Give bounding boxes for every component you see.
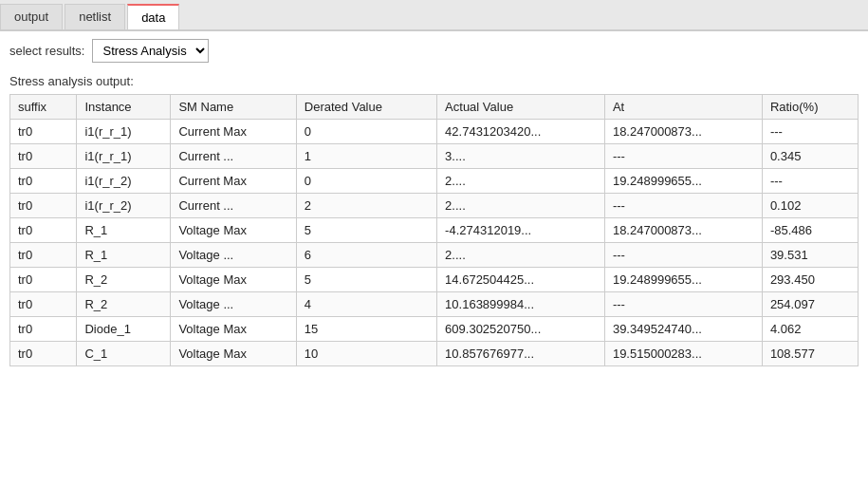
cell-r3-c3: 2 [296,194,436,218]
cell-r5-c0: tr0 [10,243,77,268]
cell-r8-c0: tr0 [10,317,77,342]
cell-r0-c6: --- [762,120,858,144]
cell-r4-c2: Voltage Max [171,218,296,243]
table-row: tr0i1(r_r_2)Current ...22....---0.102 [10,194,859,218]
table-row: tr0R_2Voltage Max514.672504425...19.2489… [10,268,859,292]
cell-r7-c0: tr0 [10,292,77,317]
table-container: suffix Instance SM Name Derated Value Ac… [0,94,868,487]
cell-r3-c5: --- [604,194,762,218]
tabs-bar: output netlist data [0,0,868,31]
table-row: tr0C_1Voltage Max1010.857676977...19.515… [10,342,859,366]
cell-r1-c5: --- [604,144,762,169]
table-row: tr0i1(r_r_2)Current Max02....19.24899965… [10,169,859,194]
cell-r8-c1: Diode_1 [77,317,171,342]
cell-r8-c3: 15 [296,317,436,342]
cell-r6-c3: 5 [296,268,436,292]
cell-r5-c2: Voltage ... [171,243,296,268]
cell-r3-c2: Current ... [171,194,296,218]
cell-r4-c0: tr0 [10,218,77,243]
cell-r1-c3: 1 [296,144,436,169]
cell-r6-c0: tr0 [10,268,77,292]
cell-r8-c5: 39.349524740... [604,317,762,342]
cell-r9-c6: 108.577 [762,342,858,366]
cell-r0-c3: 0 [296,120,436,144]
cell-r1-c0: tr0 [10,144,77,169]
table-row: tr0R_1Voltage Max5-4.274312019...18.2470… [10,218,859,243]
col-header-suffix: suffix [10,95,77,120]
cell-r2-c3: 0 [296,169,436,194]
cell-r3-c6: 0.102 [762,194,858,218]
col-header-instance: Instance [77,95,171,120]
cell-r2-c1: i1(r_r_2) [77,169,171,194]
cell-r7-c5: --- [604,292,762,317]
cell-r1-c2: Current ... [171,144,296,169]
cell-r2-c6: --- [762,169,858,194]
cell-r6-c1: R_2 [77,268,171,292]
col-header-derated-value: Derated Value [296,95,436,120]
col-header-at: At [604,95,762,120]
cell-r4-c4: -4.274312019... [437,218,605,243]
cell-r7-c6: 254.097 [762,292,858,317]
toolbar: select results: Stress Analysis [0,31,868,70]
table-row: tr0Diode_1Voltage Max15609.302520750...3… [10,317,859,342]
cell-r0-c1: i1(r_r_1) [77,120,171,144]
cell-r6-c5: 19.248999655... [604,268,762,292]
col-header-sm-name: SM Name [171,95,296,120]
table-row: tr0i1(r_r_1)Current Max042.7431203420...… [10,120,859,144]
cell-r6-c6: 293.450 [762,268,858,292]
cell-r9-c2: Voltage Max [171,342,296,366]
results-table: suffix Instance SM Name Derated Value Ac… [9,94,859,366]
cell-r7-c4: 10.163899984... [437,292,605,317]
cell-r7-c1: R_2 [77,292,171,317]
cell-r9-c3: 10 [296,342,436,366]
table-row: tr0R_1Voltage ...62....---39.531 [10,243,859,268]
table-header-row: suffix Instance SM Name Derated Value Ac… [10,95,859,120]
cell-r5-c4: 2.... [437,243,605,268]
cell-r6-c4: 14.672504425... [437,268,605,292]
tab-netlist[interactable]: netlist [65,4,125,29]
cell-r5-c1: R_1 [77,243,171,268]
stress-analysis-select[interactable]: Stress Analysis [92,39,209,63]
select-results-label: select results: [9,44,84,58]
app-container: output netlist data select results: Stre… [0,0,868,487]
cell-r3-c4: 2.... [437,194,605,218]
col-header-actual-value: Actual Value [437,95,605,120]
cell-r0-c5: 18.247000873... [604,120,762,144]
tab-data[interactable]: data [127,4,179,29]
cell-r1-c1: i1(r_r_1) [77,144,171,169]
cell-r4-c3: 5 [296,218,436,243]
cell-r9-c1: C_1 [77,342,171,366]
cell-r1-c6: 0.345 [762,144,858,169]
cell-r3-c1: i1(r_r_2) [77,194,171,218]
cell-r9-c5: 19.515000283... [604,342,762,366]
table-row: tr0i1(r_r_1)Current ...13....---0.345 [10,144,859,169]
cell-r0-c4: 42.7431203420... [437,120,605,144]
col-header-ratio: Ratio(%) [762,95,858,120]
cell-r6-c2: Voltage Max [171,268,296,292]
tab-output[interactable]: output [0,4,63,29]
table-row: tr0R_2Voltage ...410.163899984...---254.… [10,292,859,317]
cell-r5-c5: --- [604,243,762,268]
cell-r0-c0: tr0 [10,120,77,144]
cell-r8-c6: 4.062 [762,317,858,342]
cell-r2-c0: tr0 [10,169,77,194]
cell-r7-c2: Voltage ... [171,292,296,317]
cell-r9-c0: tr0 [10,342,77,366]
section-title: Stress analysis output: [0,70,868,94]
cell-r4-c5: 18.247000873... [604,218,762,243]
cell-r9-c4: 10.857676977... [437,342,605,366]
cell-r4-c6: -85.486 [762,218,858,243]
cell-r2-c5: 19.248999655... [604,169,762,194]
cell-r5-c3: 6 [296,243,436,268]
cell-r1-c4: 3.... [437,144,605,169]
cell-r2-c2: Current Max [171,169,296,194]
cell-r5-c6: 39.531 [762,243,858,268]
cell-r2-c4: 2.... [437,169,605,194]
cell-r8-c2: Voltage Max [171,317,296,342]
cell-r3-c0: tr0 [10,194,77,218]
cell-r0-c2: Current Max [171,120,296,144]
cell-r7-c3: 4 [296,292,436,317]
cell-r8-c4: 609.302520750... [437,317,605,342]
cell-r4-c1: R_1 [77,218,171,243]
